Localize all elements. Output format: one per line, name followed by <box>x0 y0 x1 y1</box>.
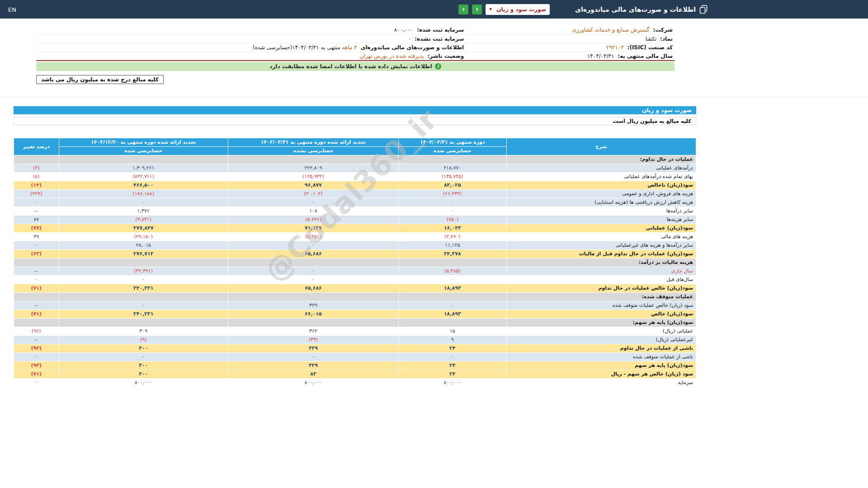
info-label: سرمایه ثبت شده: <box>417 27 464 33</box>
isic-code-value: ۲۹۲۱۰۳ <box>606 44 624 51</box>
value-cell: ۰ <box>399 275 506 284</box>
language-switch-link[interactable]: EN <box>8 6 16 13</box>
table-row: سود(زیان) عملیات در حال تداوم قبل از مال… <box>14 249 696 258</box>
table-row: سود (زیان) خالص هر سهم - ریال۲۴۸۳۳۰۰(۷۱) <box>14 370 696 378</box>
value-cell: ۳۲۹ <box>228 301 398 310</box>
value-cell: ۱۸,۸۹۳ <box>399 310 506 318</box>
pct-change-cell: -- <box>14 335 59 344</box>
table-row: سود(زیان) پایه هر سهم۲۴۳۲۹۳۰۰(۹۳) <box>14 361 696 370</box>
value-cell: ۳۰۰ <box>59 361 228 370</box>
pct-change-cell: (۷۱) <box>14 370 59 378</box>
company-info-row: کد صنعت (ISIC): ۲۹۲۱۰۳ اطلاعات و صورت‌ها… <box>36 43 675 52</box>
value-cell: ۲۲۲,۸۰۹ <box>228 164 398 172</box>
signed-data-banner: i اطلاعات نمایش داده شده با اطلاعات امضا… <box>36 62 675 71</box>
row-label: بهای تمام شده درآمدهای عملیاتی <box>506 172 696 181</box>
value-cell: ۱۸,۸۹۳ <box>399 284 506 292</box>
row-label: هزینه مالیات بر درآمد: <box>506 258 696 267</box>
row-label: عملیات در حال تداوم: <box>506 155 696 164</box>
value-cell: ۸۳ <box>228 370 398 378</box>
table-row: هزینه های مالی(۲,۷۹۰)(۵,۴۵۱)(۲۹,۱۵۰)۴۹ <box>14 232 696 241</box>
value-cell <box>228 318 398 327</box>
value-cell: ۳۲۹ <box>228 361 398 370</box>
value-cell: (۷۵۰) <box>399 215 506 224</box>
table-row: ناشی از عملیات متوقف شده۰۰۰۰ <box>14 352 696 361</box>
table-row: هزینه کاهش ارزش دریافتنی ها (هزینه استثن… <box>14 198 696 206</box>
value-cell: (۸۴۲,۷۶۱) <box>59 172 228 181</box>
pct-change-cell <box>14 318 59 327</box>
table-row: سود (زیان) خالص عملیات متوقف شده۰۳۲۹۰-- <box>14 301 696 310</box>
value-cell: ۸۰۰,۰۰۰ <box>59 378 228 387</box>
row-label: هزینه های فروش، اداری و عمومی <box>506 189 696 198</box>
value-cell: ۰ <box>228 352 398 361</box>
report-type-select[interactable]: صورت سود و زیان ▼ <box>486 4 550 15</box>
pct-change-cell: ۰ <box>14 378 59 387</box>
value-cell: ۰ <box>399 352 506 361</box>
value-cell: ۹ <box>399 335 506 344</box>
pct-change-cell: -- <box>14 206 59 215</box>
audit-status-current-period: حسابرسی شده <box>399 146 506 155</box>
value-cell: (۱۸۶,۱۸۸) <box>59 189 228 198</box>
value-cell <box>399 258 506 267</box>
value-cell: ۰ <box>228 241 398 249</box>
report-period-value: ۳ ماهه <box>342 44 357 51</box>
value-cell: ۳۰۰ <box>59 344 228 352</box>
value-cell: ۰ <box>399 301 506 310</box>
value-cell: ۳۰۰ <box>59 370 228 378</box>
value-cell: ۱۰۸ <box>228 206 398 215</box>
pct-change-cell: (۷۷) <box>14 224 59 232</box>
pct-change-cell <box>14 292 59 301</box>
table-row: بهای تمام شده درآمدهای عملیاتی(۱۳۵,۷۴۵)(… <box>14 172 696 181</box>
pct-change-cell: (۹۳) <box>14 361 59 370</box>
pct-change-cell <box>14 155 59 164</box>
company-info-row: شرکت: گسترش صنایع و خدمات کشاورزی سرمایه… <box>36 26 675 34</box>
pct-change-cell: ۴۹ <box>14 232 59 241</box>
audit-status-prior-period: حسابرسی نشده <box>228 146 398 155</box>
value-cell: (۹) <box>59 335 228 344</box>
value-cell: ۰ <box>59 301 228 310</box>
table-row: سایر هزینه‌ها(۷۵۰)(۵,۷۴۶)(۳,۸۴۱)۸۷ <box>14 215 696 224</box>
statement-unit-note: کلیه مبالغ به میلیون ریال است <box>14 117 696 125</box>
column-header-prior-year: تجدید ارائه شده دوره منتهی به ۱۴۰۳/۱۲/۳۰ <box>59 138 228 146</box>
row-label: سود(زیان) عملیات در حال تداوم قبل از مال… <box>506 249 696 258</box>
value-cell: ۲۴ <box>399 361 506 370</box>
pct-change-cell: (۷۱) <box>14 310 59 318</box>
row-label: سال جاری <box>506 267 696 275</box>
pct-change-cell <box>14 258 59 267</box>
table-row: عملیاتی (ریال)۱۵۳۶۲۳۰۹(۹۶) <box>14 327 696 335</box>
table-row: سود(زیان) عملیاتی۱۶,۰۴۳۷۱,۱۳۷۲۷۷,۸۴۷(۷۷) <box>14 224 696 232</box>
value-cell: ۷۱,۱۳۷ <box>228 224 398 232</box>
nav-back-button[interactable]: › <box>458 5 468 14</box>
row-label: سود (زیان) خالص هر سهم - ریال <box>506 370 696 378</box>
row-label: سرمایه <box>506 378 696 387</box>
unregistered-capital-value: ۰ <box>408 36 411 42</box>
table-row: هزینه مالیات بر درآمد: <box>14 258 696 267</box>
value-cell: (۲۹,۱۵۰) <box>59 232 228 241</box>
row-label: سود(زیان) پایه هر سهم: <box>506 318 696 327</box>
value-cell: (۵,۷۴۶) <box>228 215 398 224</box>
pct-change-cell: (۲۲۹) <box>14 189 59 198</box>
value-cell: (۶۶,۲۳۲) <box>399 189 506 198</box>
income-statement-table: شرح دوره منتهی به ۱۴۰۴/۰۳/۳۱ تجدید ارائه… <box>14 138 696 387</box>
value-cell: ۰ <box>59 198 228 206</box>
nav-forward-button[interactable]: ‹ <box>472 5 482 14</box>
value-cell: ۸۰۰,۰۰۰ <box>399 378 506 387</box>
chevron-right-icon: › <box>462 5 465 13</box>
table-row: ناشی از عملیات در حال تداوم۲۴۳۲۹۳۰۰(۹۳) <box>14 344 696 352</box>
statement-table-header: شرح دوره منتهی به ۱۴۰۴/۰۳/۳۱ تجدید ارائه… <box>14 138 696 155</box>
value-cell: ۸۳,۰۲۵ <box>399 181 506 189</box>
value-cell: ۰ <box>399 206 506 215</box>
row-label: سود(زیان) ناخالص <box>506 181 696 189</box>
table-row: سود(زیان) خالص۱۸,۸۹۳۶۶,۰۱۵۲۴۰,۳۲۱(۷۱) <box>14 310 696 318</box>
value-cell: ۲۱۸,۷۷۰ <box>399 164 506 172</box>
value-cell: ۰ <box>228 267 398 275</box>
value-cell: ۰ <box>59 275 228 284</box>
value-cell: (۳۳) <box>228 335 398 344</box>
value-cell <box>59 258 228 267</box>
value-cell: ۶۵,۶۸۶ <box>228 249 398 258</box>
pct-change-cell: ۰ <box>14 241 59 249</box>
report-document-icon <box>699 5 708 14</box>
value-cell: ۲۴۰,۳۲۱ <box>59 310 228 318</box>
pct-change-cell: ۰ <box>14 275 59 284</box>
value-cell <box>399 292 506 301</box>
amounts-unit-note: کلیه مبالغ درج شده به میلیون ریال می باش… <box>36 75 164 84</box>
